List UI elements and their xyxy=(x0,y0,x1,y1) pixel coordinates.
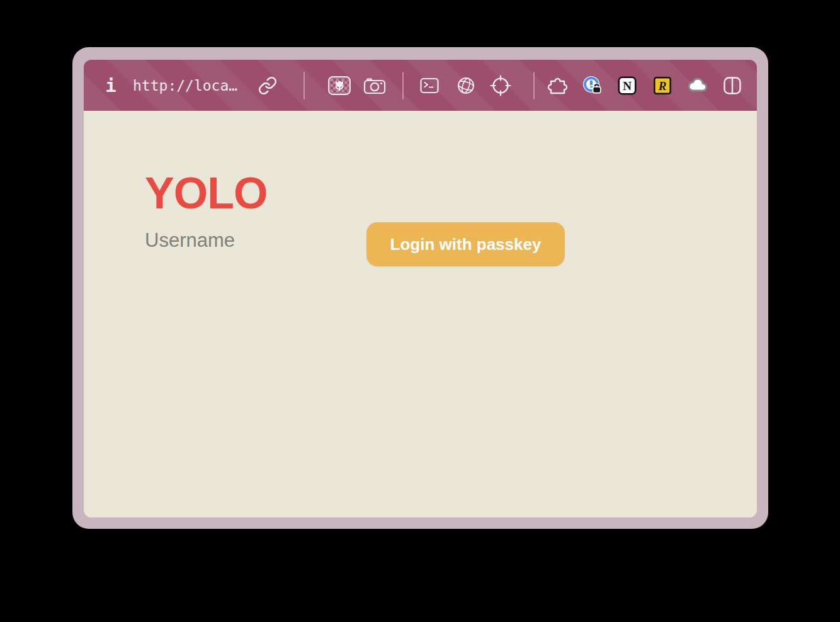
link-icon xyxy=(258,76,278,95)
terminal-icon xyxy=(419,75,440,96)
terminal-button[interactable] xyxy=(419,75,440,96)
login-with-passkey-button[interactable]: Login with passkey xyxy=(366,222,565,266)
globe-icon xyxy=(455,75,477,96)
r-letter: R xyxy=(658,79,667,92)
notion-icon: N xyxy=(616,75,638,96)
extensions-button[interactable] xyxy=(545,74,568,97)
image-capture-button[interactable] xyxy=(327,76,351,96)
page-content: YOLO Username Login with passkey xyxy=(84,111,757,517)
browser-toolbar: i http://loca… xyxy=(84,60,757,111)
crosshair-icon xyxy=(489,74,512,97)
camera-icon xyxy=(363,76,387,96)
element-picker-button[interactable] xyxy=(489,74,512,97)
username-label: Username xyxy=(145,230,235,250)
browser-window: i http://loca… xyxy=(72,47,768,529)
puzzle-icon xyxy=(545,74,568,97)
cloud-icon xyxy=(686,74,709,97)
flower-image-icon xyxy=(327,76,351,96)
toolbar-divider xyxy=(533,72,535,99)
url-bar[interactable]: http://loca… xyxy=(133,77,237,94)
site-info-button[interactable]: i xyxy=(105,75,116,96)
web-globe-button[interactable] xyxy=(455,75,477,96)
notion-extension-button[interactable]: N xyxy=(616,75,638,96)
screenshot-button[interactable] xyxy=(363,76,387,96)
r-extension-button[interactable]: R xyxy=(652,75,673,96)
toolbar-divider xyxy=(304,72,305,99)
onepassword-extension-button[interactable] xyxy=(581,74,603,97)
copy-link-button[interactable] xyxy=(258,76,278,95)
toolbar-divider xyxy=(402,72,404,99)
r-extension-icon: R xyxy=(652,75,673,96)
notion-letter: N xyxy=(623,79,632,92)
cloud-extension-button[interactable] xyxy=(686,74,709,97)
split-view-icon xyxy=(722,75,743,96)
split-view-button[interactable] xyxy=(722,75,743,96)
info-icon: i xyxy=(105,75,116,96)
onepassword-icon xyxy=(581,74,603,97)
page-title: YOLO xyxy=(145,171,267,215)
